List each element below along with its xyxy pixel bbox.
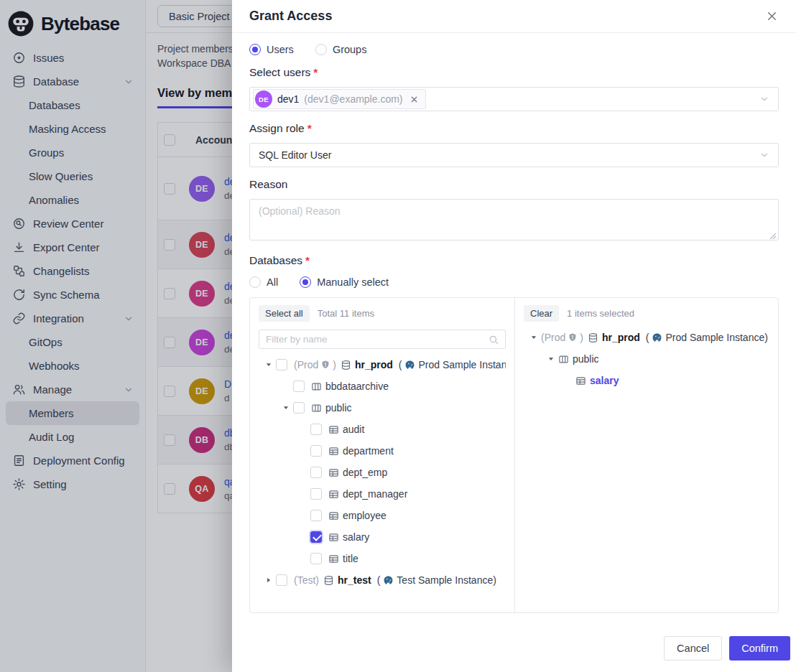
tree-node-checkbox[interactable]: [310, 424, 322, 435]
radio-all[interactable]: All: [249, 276, 278, 288]
caret-down-icon[interactable]: [262, 361, 276, 368]
tree-node-dept_manager[interactable]: dept_manager: [259, 483, 506, 505]
tree-node-department[interactable]: department: [259, 440, 506, 462]
modal-body: UsersGroups Select users* DE dev1 (dev1@…: [232, 33, 796, 630]
tree-node-audit[interactable]: audit: [259, 419, 506, 440]
tree-node-checkbox[interactable]: [310, 531, 322, 543]
required-asterisk: *: [307, 122, 312, 135]
databases-mode-radio-group: AllManually select: [249, 276, 779, 288]
filter-input[interactable]: [266, 334, 484, 345]
table-icon: [328, 554, 339, 564]
radio-dot: [249, 44, 261, 55]
reason-textarea[interactable]: [249, 199, 779, 241]
tree-node-label: dept_emp: [343, 467, 387, 478]
instance-tag: (Test Sample Instance): [377, 574, 496, 586]
tree-node-hr_prod[interactable]: (Prod)hr_prod(Prod Sample Instance): [524, 327, 769, 348]
total-items-text: Total 11 items: [318, 308, 374, 319]
assign-role-select[interactable]: SQL Editor User: [249, 143, 779, 167]
source-tree: (Prod)hr_prod(Prod Sample Instancebbdata…: [259, 354, 506, 591]
tree-node-hr_prod[interactable]: (Prod)hr_prod(Prod Sample Instance: [259, 354, 506, 375]
tree-node-checkbox[interactable]: [293, 381, 305, 392]
shield-icon: [320, 360, 330, 370]
schema-icon: [558, 354, 569, 365]
database-icon: [341, 360, 351, 370]
tree-node-checkbox[interactable]: [276, 359, 287, 370]
select-users-input[interactable]: DE dev1 (dev1@example.com): [249, 87, 779, 111]
instance-tag: (Prod Sample Instance): [646, 332, 768, 343]
selected-tree: (Prod)hr_prod(Prod Sample Instance)publi…: [524, 327, 769, 391]
tree-node-salary[interactable]: salary: [259, 526, 506, 548]
tree-node-public[interactable]: public: [259, 397, 506, 419]
caret-right-icon[interactable]: [262, 577, 276, 584]
reason-label: Reason: [249, 178, 779, 191]
tree-node-checkbox[interactable]: [310, 510, 322, 521]
grant-access-modal: Grant Access UsersGroups Select users* D…: [232, 0, 796, 672]
modal-header: Grant Access: [232, 0, 796, 33]
tree-node-hr_test[interactable]: (Test)hr_test(Test Sample Instance): [259, 569, 506, 591]
remove-icon[interactable]: [409, 95, 419, 104]
caret-down-icon[interactable]: [527, 334, 541, 341]
postgres-icon: [404, 360, 415, 370]
chip-user-name: dev1: [277, 93, 299, 105]
tree-node-label: hr_prod: [602, 332, 640, 343]
database-picker-panel: Select all Total 11 items (Prod)hr_prod(…: [249, 297, 779, 613]
schema-icon: [311, 381, 322, 392]
radio-manually-select[interactable]: Manually select: [300, 276, 389, 288]
tree-node-public[interactable]: public: [524, 348, 769, 370]
tree-node-label: hr_prod: [355, 359, 393, 370]
tree-node-dept_emp[interactable]: dept_emp: [259, 462, 506, 483]
selected-items-text: 1 items selected: [567, 308, 634, 319]
picker-selected-pane: Clear 1 items selected (Prod)hr_prod(Pro…: [515, 298, 778, 612]
close-icon[interactable]: [765, 9, 779, 23]
tree-node-checkbox[interactable]: [310, 445, 322, 457]
tree-node-label: salary: [590, 375, 619, 386]
filter-box: [259, 330, 506, 349]
chevron-down-icon: [759, 150, 769, 160]
tree-node-checkbox[interactable]: [276, 574, 287, 586]
assign-role-label: Assign role*: [249, 122, 779, 135]
tree-node-checkbox[interactable]: [293, 402, 305, 414]
chip-user-email: (dev1@example.com): [304, 93, 402, 105]
radio-users[interactable]: Users: [249, 44, 294, 55]
tree-node-checkbox[interactable]: [310, 488, 322, 500]
databases-mode-radio-label: All: [267, 276, 278, 288]
tree-node-label: public: [325, 402, 352, 414]
cancel-button[interactable]: Cancel: [664, 636, 722, 661]
shield-icon: [568, 332, 578, 342]
avatar: DE: [255, 90, 272, 108]
table-icon: [328, 510, 339, 521]
environment-tag: (Test): [294, 574, 319, 586]
modal-footer: Cancel Confirm: [232, 630, 796, 672]
table-icon: [328, 424, 339, 435]
table-icon: [328, 532, 339, 543]
environment-tag: (Prod): [294, 359, 336, 370]
postgres-icon: [383, 575, 394, 586]
radio-groups[interactable]: Groups: [315, 44, 367, 55]
principal-type-radio-label: Users: [267, 44, 294, 55]
tree-node-checkbox[interactable]: [310, 553, 322, 564]
table-icon: [328, 446, 339, 457]
schema-icon: [311, 403, 322, 414]
tree-node-checkbox[interactable]: [310, 467, 322, 478]
principal-type-radio-group: UsersGroups: [249, 44, 779, 55]
required-asterisk: *: [313, 66, 318, 79]
select-all-button[interactable]: Select all: [259, 305, 310, 322]
radio-dot: [300, 276, 311, 288]
tree-node-employee[interactable]: employee: [259, 505, 506, 526]
chevron-down-icon: [759, 94, 769, 104]
tree-node-label: employee: [343, 510, 387, 521]
tree-node-label: title: [343, 553, 358, 564]
instance-tag: (Prod Sample Instance: [399, 359, 506, 370]
clear-button[interactable]: Clear: [524, 305, 559, 322]
tree-node-salary[interactable]: salary: [524, 370, 769, 391]
assign-role-value: SQL Editor User: [259, 149, 331, 161]
database-icon: [323, 575, 334, 586]
caret-down-icon[interactable]: [544, 355, 558, 363]
tree-node-bbdataarchive[interactable]: bbdataarchive: [259, 375, 506, 397]
caret-down-icon[interactable]: [279, 404, 293, 411]
tree-node-label: audit: [343, 424, 364, 435]
databases-mode-radio-label: Manually select: [317, 276, 389, 288]
tree-node-title[interactable]: title: [259, 548, 506, 569]
confirm-button[interactable]: Confirm: [729, 636, 790, 661]
picker-source-pane: Select all Total 11 items (Prod)hr_prod(…: [250, 298, 515, 612]
